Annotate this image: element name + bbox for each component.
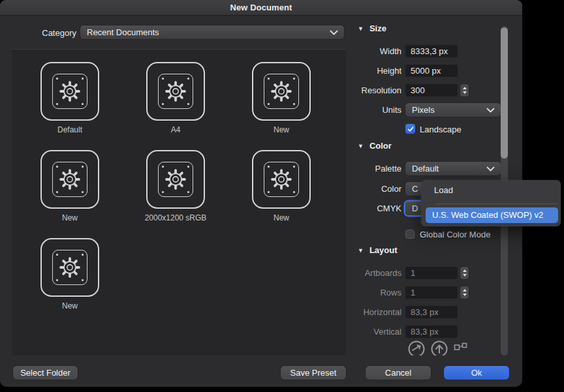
gear-glyph xyxy=(164,168,187,191)
corner-dot xyxy=(56,166,58,168)
screen: New Document Category Recent Documents xyxy=(0,0,564,392)
cancel-button[interactable]: Cancel xyxy=(366,366,431,380)
corner-dot xyxy=(187,103,189,105)
vertical-label: Vertical xyxy=(347,327,401,337)
corner-dot xyxy=(293,78,295,80)
select-folder-button[interactable]: Select Folder xyxy=(13,366,78,380)
corner-dot xyxy=(187,78,189,80)
linked-squares-icon[interactable] xyxy=(454,342,468,354)
preset-thumbnail-frame xyxy=(40,150,99,209)
save-preset-button[interactable]: Save Preset xyxy=(281,366,346,380)
width-field[interactable]: 8333,3 px xyxy=(405,45,458,57)
preset-tile[interactable]: New xyxy=(17,238,123,326)
menu-item-load[interactable]: Load xyxy=(421,180,561,200)
preset-thumbnail-frame xyxy=(252,62,311,121)
preset-tile[interactable]: A4 xyxy=(123,62,228,150)
corner-dot xyxy=(82,279,84,281)
corner-dot xyxy=(268,166,270,168)
horizontal-field[interactable]: 83,3 px xyxy=(405,306,458,318)
gear-glyph xyxy=(58,168,82,191)
corner-dot xyxy=(187,166,189,168)
stepper-up-icon[interactable] xyxy=(463,289,467,292)
preset-tile[interactable]: New xyxy=(228,62,334,150)
corner-dot xyxy=(268,103,270,105)
corner-dot xyxy=(187,191,189,193)
global-color-mode-label: Global Color Mode xyxy=(420,230,490,239)
resolution-field[interactable]: 300 xyxy=(405,84,458,97)
ok-button[interactable]: Ok xyxy=(444,366,509,380)
section-header-size[interactable]: ▼ Size xyxy=(358,23,386,33)
preset-label: New xyxy=(62,301,78,310)
cmyk-profile-menu: Load U.S. Web Coated (SWOP) v2 xyxy=(421,180,561,226)
disclosure-triangle-icon: ▼ xyxy=(358,143,364,149)
global-color-mode-checkbox[interactable] xyxy=(405,230,415,239)
corner-dot xyxy=(82,254,84,256)
arrow-up-circle-icon[interactable] xyxy=(431,340,448,355)
disclosure-triangle-icon: ▼ xyxy=(358,247,364,254)
corner-dot xyxy=(293,103,295,105)
preset-tile[interactable]: New xyxy=(228,150,334,238)
stepper-down-icon[interactable] xyxy=(463,274,467,277)
checkmark-icon xyxy=(407,125,415,133)
stepper-down-icon[interactable] xyxy=(463,91,467,94)
corner-dot xyxy=(56,191,58,193)
units-value: Pixels xyxy=(412,105,435,115)
title-bar[interactable]: New Document xyxy=(0,0,522,16)
units-dropdown[interactable]: Pixels xyxy=(405,103,501,117)
palette-dropdown[interactable]: Default xyxy=(405,162,501,175)
cmyk-label: CMYK xyxy=(347,204,401,213)
gear-glyph xyxy=(164,80,187,103)
section-header-layout[interactable]: ▼ Layout xyxy=(358,245,398,255)
corner-dot xyxy=(82,78,84,80)
height-field[interactable]: 5000 px xyxy=(405,65,458,77)
preset-tile[interactable]: New xyxy=(17,150,123,238)
units-label: Units xyxy=(347,105,401,115)
stepper-up-icon[interactable] xyxy=(463,269,467,272)
corner-dot xyxy=(56,279,58,281)
artboards-label: Artboards xyxy=(347,268,401,278)
category-dropdown[interactable]: Recent Documents xyxy=(80,25,344,39)
gear-icon xyxy=(158,162,193,197)
layout-direction-icons xyxy=(408,340,506,355)
color-profile-value: C xyxy=(412,184,418,194)
corner-dot xyxy=(56,254,58,256)
stepper-up-icon[interactable] xyxy=(463,87,467,89)
section-title: Layout xyxy=(369,245,398,255)
corner-dot xyxy=(162,166,164,168)
artboards-stepper[interactable] xyxy=(460,267,469,279)
rows-stepper[interactable] xyxy=(460,286,469,299)
rows-field[interactable]: 1 xyxy=(405,286,458,299)
corner-dot xyxy=(293,191,295,193)
corner-dot xyxy=(162,78,164,80)
section-header-color[interactable]: ▼ Color xyxy=(358,141,392,151)
section-title: Size xyxy=(369,23,386,33)
corner-dot xyxy=(268,191,270,193)
preset-label: New xyxy=(274,213,289,222)
menu-item-selected[interactable]: U.S. Web Coated (SWOP) v2 xyxy=(426,207,558,223)
preset-tile[interactable]: Default xyxy=(17,62,123,150)
category-value: Recent Documents xyxy=(87,27,159,37)
width-label: Width xyxy=(347,46,401,56)
gear-icon xyxy=(52,162,87,197)
section-title: Color xyxy=(369,141,392,151)
scrollbar-thumb[interactable] xyxy=(501,27,508,158)
preset-label: 2000x1200 sRGB xyxy=(145,213,207,222)
resolution-stepper[interactable] xyxy=(460,84,469,97)
rotate-arrow-icon[interactable] xyxy=(408,340,425,355)
gear-icon xyxy=(158,74,193,109)
preset-thumbnail-frame xyxy=(252,150,311,209)
dialog-title: New Document xyxy=(230,3,292,12)
preset-tile[interactable]: 2000x1200 sRGB xyxy=(123,150,228,238)
rows-label: Rows xyxy=(347,288,401,297)
corner-dot xyxy=(82,103,84,105)
chevron-down-icon xyxy=(486,166,495,172)
gear-glyph xyxy=(270,80,293,103)
corner-dot xyxy=(82,166,84,168)
landscape-checkbox[interactable] xyxy=(405,124,415,134)
vertical-field[interactable]: 83,3 px xyxy=(405,325,458,338)
stepper-down-icon[interactable] xyxy=(463,294,467,296)
landscape-label: Landscape xyxy=(420,125,462,134)
chevron-down-icon xyxy=(330,30,338,35)
preset-label: New xyxy=(274,125,289,134)
artboards-field[interactable]: 1 xyxy=(405,267,458,279)
